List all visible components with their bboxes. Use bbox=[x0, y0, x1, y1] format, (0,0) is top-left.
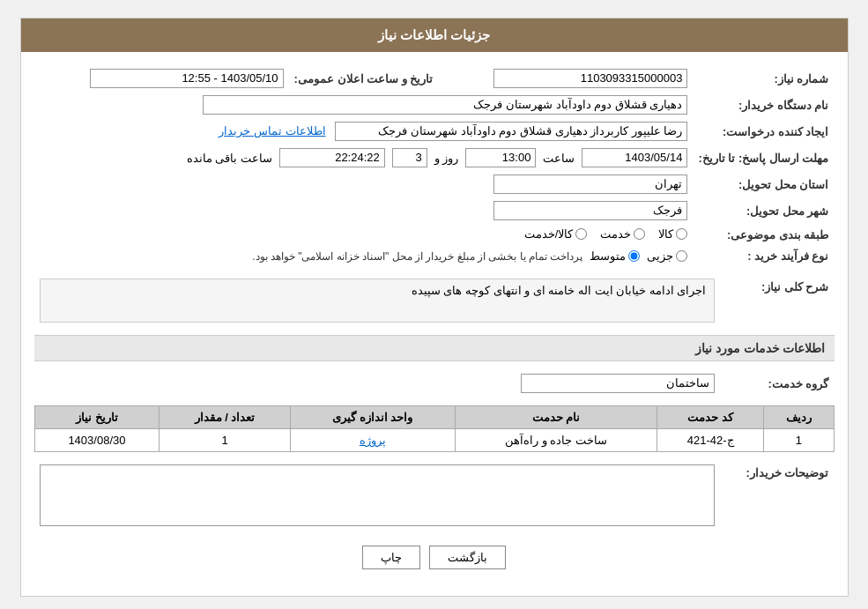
cell-date: 1403/08/30 bbox=[34, 429, 160, 452]
deadline-label: مهلت ارسال پاسخ: تا تاریخ: bbox=[693, 145, 834, 171]
creator-value: رضا علیپور کاربرداز دهیاری قشلاق دوم داو… bbox=[335, 122, 687, 141]
category-khedmat-label: خدمت bbox=[600, 227, 631, 241]
purchase-note: پرداخت تمام یا بخشی از مبلغ خریدار از مح… bbox=[252, 250, 582, 263]
cell-service-name: ساخت جاده و راه‌آهن bbox=[455, 429, 657, 452]
purchase-motavaset-radio[interactable] bbox=[628, 250, 640, 262]
cell-quantity: 1 bbox=[160, 429, 290, 452]
content-area: شماره نیاز: 1103093315000003 تاریخ و ساع… bbox=[21, 52, 848, 596]
col-service-code: کد حدمت bbox=[657, 406, 764, 429]
deadline-days-label: روز و bbox=[434, 152, 459, 165]
row-request-number: شماره نیاز: 1103093315000003 تاریخ و ساع… bbox=[34, 65, 835, 92]
purchase-motavaset-item: متوسط bbox=[590, 249, 640, 263]
creator-label: ایجاد کننده درخواست: bbox=[693, 118, 834, 145]
purchase-jozii-item: جزیی bbox=[647, 249, 687, 263]
buyer-notes-table: توضیحات خریدار: bbox=[34, 461, 835, 532]
province-value: تهران bbox=[493, 175, 687, 194]
row-purchase-type: نوع فرآیند خرید : جزیی متوسط پرداخت تمام… bbox=[34, 246, 835, 266]
col-unit: واحد اندازه گیری bbox=[290, 406, 455, 429]
services-section-title: اطلاعات خدمات مورد نیاز bbox=[34, 335, 835, 361]
page-header: جزئیات اطلاعات نیاز bbox=[21, 19, 848, 52]
row-creator: ایجاد کننده درخواست: رضا علیپور کاربرداز… bbox=[34, 118, 835, 145]
city-label: شهر محل تحویل: bbox=[693, 197, 834, 224]
description-table: شرح کلی نیاز: اجرای ادامه خیابان ایت اله… bbox=[34, 275, 835, 326]
province-label: استان محل تحویل: bbox=[693, 171, 834, 197]
print-button[interactable]: چاپ bbox=[362, 546, 420, 569]
purchase-jozii-radio[interactable] bbox=[676, 250, 687, 262]
col-date: تاریخ نیاز bbox=[34, 406, 160, 429]
service-group-table: گروه خدمت: ساختمان bbox=[34, 370, 835, 397]
services-table-body: 1 ج-42-421 ساخت جاده و راه‌آهن پروژه 1 1… bbox=[34, 429, 834, 452]
row-service-group: گروه خدمت: ساختمان bbox=[34, 370, 835, 397]
cell-unit[interactable]: پروژه bbox=[290, 429, 455, 452]
announcement-date-value: 1403/05/10 - 12:55 bbox=[90, 69, 284, 88]
col-row-num: ردیف bbox=[764, 406, 834, 429]
category-khedmat-radio[interactable] bbox=[634, 228, 645, 240]
category-kala-label: کالا bbox=[658, 227, 673, 241]
category-kala-radio[interactable] bbox=[676, 228, 687, 240]
service-group-value: ساختمان bbox=[521, 374, 715, 393]
category-kala-khedmat-label: کالا/خدمت bbox=[524, 227, 574, 241]
row-org-name: نام دستگاه خریدار: دهیاری قشلاق دوم داود… bbox=[34, 92, 835, 118]
purchase-jozii-label: جزیی bbox=[647, 249, 673, 263]
city-value: فرجک bbox=[493, 201, 687, 220]
deadline-row: 1403/05/14 ساعت 13:00 روز و 3 22:24:22 س… bbox=[40, 148, 688, 167]
purchase-motavaset-label: متوسط bbox=[590, 249, 626, 263]
description-value: اجرای ادامه خیابان ایت اله خامنه ای و ان… bbox=[40, 279, 715, 323]
creator-contact-link[interactable]: اطلاعات تماس خریدار bbox=[219, 124, 325, 137]
request-number-value: 1103093315000003 bbox=[493, 69, 687, 88]
back-button[interactable]: بازگشت bbox=[429, 546, 506, 569]
bottom-buttons: بازگشت چاپ bbox=[34, 546, 835, 583]
category-radio-group: کالا خدمت کالا/خدمت bbox=[524, 227, 688, 241]
deadline-remaining-label: ساعت باقی مانده bbox=[187, 152, 272, 165]
request-number-label: شماره نیاز: bbox=[693, 65, 834, 92]
row-deadline: مهلت ارسال پاسخ: تا تاریخ: 1403/05/14 سا… bbox=[34, 145, 835, 171]
cell-row-num: 1 bbox=[764, 429, 834, 452]
category-label: طبقه بندی موضوعی: bbox=[693, 224, 834, 246]
category-kala-item: کالا bbox=[658, 227, 687, 241]
info-table: شماره نیاز: 1103093315000003 تاریخ و ساع… bbox=[34, 65, 835, 266]
service-group-label: گروه خدمت: bbox=[720, 370, 835, 397]
services-table-head: ردیف کد حدمت نام حدمت واحد اندازه گیری ت… bbox=[34, 406, 834, 429]
category-kala-khedmat-radio[interactable] bbox=[575, 228, 587, 240]
deadline-remaining: 22:24:22 bbox=[279, 148, 385, 167]
deadline-days: 3 bbox=[392, 148, 427, 167]
cell-service-code: ج-42-421 bbox=[657, 429, 764, 452]
col-quantity: تعداد / مقدار bbox=[160, 406, 290, 429]
description-label: شرح کلی نیاز: bbox=[720, 275, 835, 326]
row-buyer-notes: توضیحات خریدار: bbox=[34, 461, 835, 532]
category-kala-khedmat-item: کالا/خدمت bbox=[524, 227, 588, 241]
purchase-type-label: نوع فرآیند خرید : bbox=[693, 246, 834, 266]
main-container: جزئیات اطلاعات نیاز شماره نیاز: 11030933… bbox=[20, 18, 849, 597]
row-description: شرح کلی نیاز: اجرای ادامه خیابان ایت اله… bbox=[34, 275, 835, 326]
deadline-time-label: ساعت bbox=[543, 152, 575, 165]
row-category: طبقه بندی موضوعی: کالا خدمت bbox=[34, 224, 835, 246]
page-title: جزئیات اطلاعات نیاز bbox=[378, 27, 490, 42]
org-name-label: نام دستگاه خریدار: bbox=[693, 92, 834, 118]
table-row: 1 ج-42-421 ساخت جاده و راه‌آهن پروژه 1 1… bbox=[34, 429, 834, 452]
buyer-notes-textarea[interactable] bbox=[40, 464, 715, 526]
purchase-type-row: جزیی متوسط پرداخت تمام یا بخشی از مبلغ خ… bbox=[40, 249, 688, 263]
services-table-header-row: ردیف کد حدمت نام حدمت واحد اندازه گیری ت… bbox=[34, 406, 834, 429]
services-table: ردیف کد حدمت نام حدمت واحد اندازه گیری ت… bbox=[34, 405, 835, 452]
org-name-value: دهیاری قشلاق دوم داودآباد شهرستان فرجک bbox=[203, 95, 687, 115]
row-city: شهر محل تحویل: فرجک bbox=[34, 197, 835, 224]
category-khedmat-item: خدمت bbox=[600, 227, 645, 241]
deadline-date: 1403/05/14 bbox=[582, 148, 687, 167]
col-service-name: نام حدمت bbox=[455, 406, 657, 429]
buyer-notes-label: توضیحات خریدار: bbox=[720, 461, 835, 532]
row-province: استان محل تحویل: تهران bbox=[34, 171, 835, 197]
announcement-date-label: تاریخ و ساعت اعلان عمومی: bbox=[289, 65, 439, 92]
deadline-time: 13:00 bbox=[465, 148, 536, 167]
